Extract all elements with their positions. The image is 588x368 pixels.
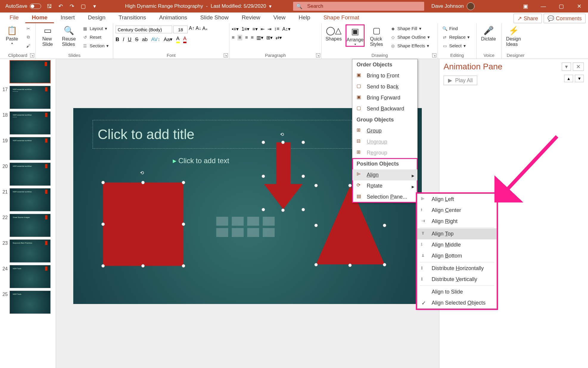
close-icon[interactable]: ✕: [570, 0, 588, 13]
qat-more-icon[interactable]: ▾: [91, 3, 98, 10]
search-input[interactable]: [307, 3, 421, 9]
thumb-18[interactable]: HDR essential workflow• • • •: [10, 111, 51, 135]
shape-fill-button[interactable]: ◆Shape Fill ▾: [388, 24, 432, 32]
send-to-back[interactable]: ▢Send to Back: [352, 81, 417, 92]
thumb-23[interactable]: Exposure Best Practices: [10, 239, 51, 263]
video-icon[interactable]: [247, 228, 259, 237]
tab-design[interactable]: Design: [81, 12, 112, 23]
autosave-toggle[interactable]: AutoSave: [5, 3, 41, 9]
replace-button[interactable]: ⇄Replace ▾: [440, 33, 472, 41]
shape-effects-button[interactable]: ◎Shape Effects ▾: [388, 42, 432, 50]
distribute-horizontally[interactable]: ⫿Distribute Horizontally: [417, 263, 497, 274]
highlight-button[interactable]: A: [176, 36, 179, 43]
shadow-button[interactable]: ab: [142, 37, 148, 43]
shape-square[interactable]: ⟲: [103, 183, 183, 266]
search-box[interactable]: 🔍: [293, 2, 424, 11]
select-button[interactable]: ▭Select ▾: [440, 42, 472, 50]
copy-button[interactable]: ⧉: [24, 33, 33, 41]
underline-button[interactable]: U: [128, 37, 131, 43]
justify-button[interactable]: ≡: [251, 35, 253, 40]
content-placeholder-icons[interactable]: [216, 217, 276, 237]
section-button[interactable]: ☰Section ▾: [81, 42, 111, 50]
clipboard-launcher[interactable]: ↘: [30, 53, 34, 57]
quick-styles-button[interactable]: ▢Quick Styles: [367, 24, 386, 47]
char-spacing-button[interactable]: AV↕: [151, 37, 160, 43]
rotate-handle-icon[interactable]: ⟲: [280, 132, 286, 138]
new-slide-button[interactable]: ▭New Slide: [38, 24, 57, 47]
italic-button[interactable]: I: [123, 37, 124, 43]
inc-indent-button[interactable]: ⇥: [267, 26, 271, 32]
table-icon[interactable]: [216, 217, 228, 226]
arrange-button[interactable]: ▣Arrange▾: [346, 24, 365, 47]
tab-review[interactable]: Review: [235, 12, 267, 23]
save-icon[interactable]: 🖫: [46, 3, 53, 10]
align-selected-objects[interactable]: ✓Align Selected Objects: [417, 297, 497, 308]
play-all-button[interactable]: ▶ Play All: [444, 76, 477, 85]
bring-forward[interactable]: ▣Bring Forward: [352, 92, 417, 103]
rotate-handle-icon[interactable]: ⟲: [140, 170, 146, 176]
font-size-input[interactable]: [173, 26, 188, 33]
reuse-slides-button[interactable]: 🔍Reuse Slides: [59, 24, 78, 47]
align-top[interactable]: ⫪Align Top: [417, 228, 497, 239]
strike-button[interactable]: S: [135, 37, 138, 43]
align-right[interactable]: ⫣Align Right: [417, 216, 497, 227]
tab-view[interactable]: View: [267, 12, 292, 23]
maximize-icon[interactable]: ▢: [552, 0, 570, 13]
align-submenu[interactable]: ⊫Align▸: [352, 169, 417, 180]
picture-icon[interactable]: [216, 228, 228, 237]
dec-indent-button[interactable]: ⇤: [261, 26, 265, 32]
tab-slideshow[interactable]: Slide Show: [194, 12, 235, 23]
tab-insert[interactable]: Insert: [54, 12, 81, 23]
layout-button[interactable]: ▦Layout ▾: [81, 24, 111, 32]
reset-button[interactable]: ↺Reset: [81, 33, 111, 41]
thumb-22[interactable]: Great Source Images: [10, 214, 51, 237]
chart-icon[interactable]: [232, 217, 244, 226]
thumb-16[interactable]: [10, 60, 51, 83]
slide-thumbnails[interactable]: 17HDR essential workflow• • • • • 18HDR …: [0, 59, 56, 368]
distribute-vertically[interactable]: ⫿Distribute Vertically: [417, 274, 497, 285]
thumb-24[interactable]: HDR Tools: [10, 265, 51, 288]
decrease-font-icon[interactable]: A↓: [196, 26, 201, 33]
rotate-submenu[interactable]: ⟳Rotate▸: [352, 180, 417, 191]
align-to-slide[interactable]: Align to Slide: [417, 286, 497, 297]
align-left[interactable]: ⊫Align Left: [417, 194, 497, 205]
tab-transitions[interactable]: Transitions: [112, 12, 153, 23]
selection-pane-item[interactable]: ▤Selection Pane...: [352, 191, 417, 202]
send-backward[interactable]: ▢Send Backward: [352, 103, 417, 114]
bullets-button[interactable]: •≡▾: [232, 26, 239, 32]
thumb-21[interactable]: HDR essential workflow: [10, 188, 51, 211]
thumb-19[interactable]: HDR essential workflow: [10, 137, 51, 160]
numbering-button[interactable]: 1≡▾: [242, 26, 249, 32]
shapes-button[interactable]: ◯△Shapes: [324, 24, 343, 42]
title-placeholder[interactable]: Click to add title: [93, 120, 352, 149]
pane-options-icon[interactable]: ▾: [562, 63, 571, 71]
online-picture-icon[interactable]: [232, 228, 244, 237]
design-ideas-button[interactable]: ⚡Design Ideas: [504, 24, 523, 47]
pane-close-icon[interactable]: ✕: [573, 63, 584, 71]
icons-icon[interactable]: [263, 228, 275, 237]
share-button[interactable]: ↗ Share: [514, 14, 542, 23]
paste-button[interactable]: 📋 Paste▾: [2, 24, 21, 45]
font-launcher[interactable]: ↘: [224, 53, 228, 57]
paragraph-launcher[interactable]: ↘: [316, 53, 320, 57]
user-account[interactable]: Dave Johnson: [431, 2, 475, 10]
clear-format-icon[interactable]: Aₓ: [202, 26, 208, 33]
thumb-25[interactable]: HDR Tools: [10, 291, 51, 314]
line-spacing-button[interactable]: ↕≡: [274, 26, 279, 32]
group-item[interactable]: ⊞Group: [352, 125, 417, 136]
change-case-button[interactable]: Aa▾: [164, 36, 172, 43]
drawing-launcher[interactable]: ↘: [432, 53, 436, 57]
shape-arrow[interactable]: ⟲: [264, 142, 303, 212]
move-up-button[interactable]: ▴: [564, 75, 573, 82]
find-button[interactable]: 🔍Find: [440, 24, 472, 32]
align-left-button[interactable]: ≡: [232, 35, 234, 40]
dictate-button[interactable]: 🎤Dictate: [479, 24, 498, 42]
shape-outline-button[interactable]: ◇Shape Outline ▾: [388, 33, 432, 41]
smartart-button[interactable]: ⇄▾: [276, 35, 282, 40]
font-name-input[interactable]: [116, 26, 172, 33]
cut-button[interactable]: ✂: [24, 24, 33, 32]
tab-shape-format[interactable]: Shape Format: [317, 12, 366, 23]
thumb-17[interactable]: HDR essential workflow• • • • •: [10, 86, 51, 109]
align-center-button[interactable]: ≡: [237, 35, 242, 40]
tab-file[interactable]: File: [3, 12, 25, 23]
